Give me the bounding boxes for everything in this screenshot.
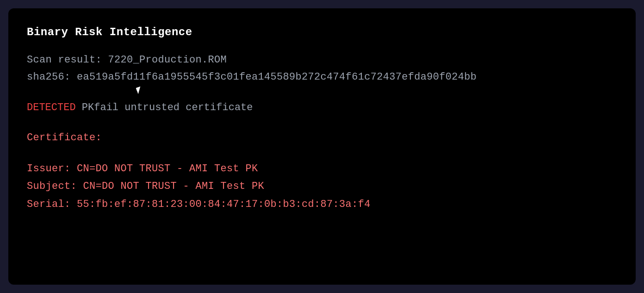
certificate-issuer-line: Issuer: CN=DO NOT TRUST - AMI Test PK xyxy=(27,160,617,178)
detection-line: DETECTED PKfail untrusted certificate xyxy=(27,99,617,116)
scan-result-line: Scan result: 7220_Production.ROM xyxy=(27,51,617,69)
certificate-serial-value: 55:fb:ef:87:81:23:00:84:47:17:0b:b3:cd:8… xyxy=(77,199,371,210)
panel-title: Binary Risk Intelligence xyxy=(27,26,617,38)
sha256-value: ea519a5fd11f6a1955545f3c01fea145589b272c… xyxy=(77,71,477,83)
detection-description: PKfail untrusted certificate xyxy=(76,102,253,113)
certificate-subject-value: CN=DO NOT TRUST - AMI Test PK xyxy=(83,181,265,192)
certificate-section: Certificate: Issuer: CN=DO NOT TRUST - A… xyxy=(27,129,617,213)
terminal-output-panel: Binary Risk Intelligence Scan result: 72… xyxy=(8,8,636,285)
certificate-issuer-value: CN=DO NOT TRUST - AMI Test PK xyxy=(77,163,258,175)
certificate-serial-label: Serial: xyxy=(27,199,77,210)
sha256-line: sha256: ea519a5fd11f6a1955545f3c01fea145… xyxy=(27,69,617,86)
scan-result-label: Scan result: xyxy=(27,54,108,66)
certificate-issuer-label: Issuer: xyxy=(27,163,77,175)
certificate-header: Certificate: xyxy=(27,129,617,147)
certificate-subject-label: Subject: xyxy=(27,181,83,192)
sha256-label: sha256: xyxy=(27,71,77,83)
certificate-serial-line: Serial: 55:fb:ef:87:81:23:00:84:47:17:0b… xyxy=(27,196,617,214)
certificate-subject-line: Subject: CN=DO NOT TRUST - AMI Test PK xyxy=(27,178,617,196)
scan-result-filename: 7220_Production.ROM xyxy=(108,54,227,66)
detection-status: DETECTED xyxy=(27,102,76,113)
